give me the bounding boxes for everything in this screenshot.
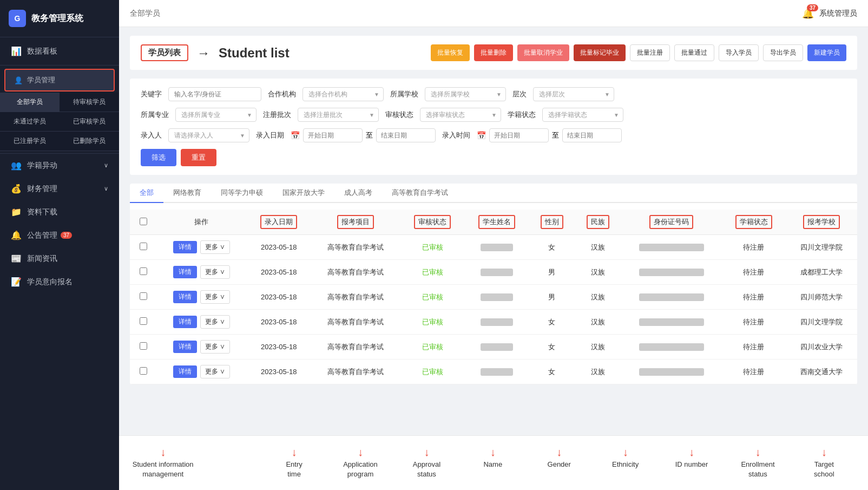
more-button[interactable]: 更多 ∨	[200, 265, 230, 279]
major-select[interactable]: 选择所属专业	[175, 108, 257, 122]
level-select[interactable]: 选择层次	[533, 87, 614, 101]
audit-status-select[interactable]: 选择审核状态	[420, 108, 501, 122]
tab-self-study[interactable]: 高等教育自学考试	[382, 184, 458, 203]
more-button[interactable]: 更多 ∨	[200, 315, 230, 329]
keyword-input[interactable]	[168, 87, 261, 101]
batch-cancel-button[interactable]: 批量取消学业	[517, 44, 569, 61]
batch-register-button[interactable]: 批量注册	[630, 44, 670, 61]
cell-ethnicity: 汉族	[575, 285, 621, 310]
cell-student-name	[465, 235, 529, 260]
filter-reset-button[interactable]: 重置	[181, 149, 216, 166]
tab-online[interactable]: 网络教育	[163, 184, 211, 203]
row-checkbox-1[interactable]	[140, 267, 147, 275]
sidebar-item-enrollment[interactable]: 📝 学员意向报名	[0, 270, 119, 293]
row-checkbox-2[interactable]	[140, 292, 147, 300]
enrollment-status-select[interactable]: 选择学籍状态	[542, 108, 623, 122]
student-mgmt-header[interactable]: 👤 学员管理	[4, 69, 115, 92]
action-cell: 详情 更多 ∨	[163, 315, 240, 329]
submenu-registered[interactable]: 已注册学员	[0, 132, 60, 151]
import-button[interactable]: 导入学员	[719, 44, 759, 61]
sidebar-item-label: 学员意向报名	[27, 277, 73, 287]
action-cell: 详情 更多 ∨	[163, 365, 240, 378]
sidebar-item-announcement[interactable]: 🔔 公告管理 37	[0, 224, 119, 247]
detail-button[interactable]: 详情	[173, 266, 197, 278]
row-checkbox-3[interactable]	[140, 317, 147, 325]
entry-time-end[interactable]	[562, 128, 622, 142]
table-body: 详情 更多 ∨ 2023-05-18 高等教育自学考试 已审核 女 汉族 待注册…	[130, 235, 857, 384]
entry-time-start[interactable]	[489, 128, 549, 142]
tab-equiv[interactable]: 同等学力申硕	[211, 184, 273, 203]
submenu-reviewed[interactable]: 已审核学员	[60, 112, 119, 132]
enrollment-icon: 📝	[11, 277, 22, 287]
sidebar-item-student-status[interactable]: 👥 学籍异动 ∨	[0, 154, 119, 177]
arrow-down-icon-4: ↓	[424, 447, 429, 458]
more-button[interactable]: 更多 ∨	[200, 240, 230, 254]
school-select-wrap: 选择所属学校	[425, 87, 506, 101]
action-cell: 详情 更多 ∨	[163, 265, 240, 279]
detail-button[interactable]: 详情	[173, 341, 197, 353]
cell-enrollment-status: 待注册	[722, 260, 786, 285]
sidebar-item-label: 数据看板	[27, 47, 57, 56]
row-checkbox-5[interactable]	[140, 367, 147, 375]
sidebar-item-resources[interactable]: 📁 资料下载	[0, 200, 119, 224]
batch-approve-button[interactable]: 批量通过	[674, 44, 714, 61]
more-button[interactable]: 更多 ∨	[200, 365, 230, 378]
row-checkbox-4[interactable]	[140, 342, 147, 350]
sidebar-item-finance[interactable]: 💰 财务管理 ∨	[0, 177, 119, 200]
export-button[interactable]: 导出学员	[763, 44, 803, 61]
batch-restore-button[interactable]: 批量恢复	[431, 44, 470, 61]
submenu-all-students[interactable]: 全部学员	[0, 93, 60, 112]
more-button[interactable]: 更多 ∨	[200, 290, 230, 304]
new-student-button[interactable]: 新建学员	[807, 44, 846, 61]
filter-row-2: 所属专业 选择所属专业 注册批次 选择注册批次 审核状态 选择审核状态	[141, 108, 846, 122]
sidebar-item-dashboard[interactable]: 📊 数据看板	[0, 40, 119, 63]
page-header: 学员列表 → Student list 批量恢复 批量删除 批量取消学业 批量标…	[130, 36, 857, 70]
entry-date-end[interactable]	[376, 128, 436, 142]
dashboard-icon: 📊	[11, 46, 22, 56]
detail-button[interactable]: 详情	[173, 316, 197, 328]
th-audit-status: 审核状态	[400, 210, 465, 235]
level-select-wrap: 选择层次	[533, 87, 614, 101]
cell-application: 高等教育自学考试	[311, 235, 400, 260]
coop-org-select[interactable]: 选择合作机构	[303, 87, 384, 101]
detail-button[interactable]: 详情	[173, 291, 197, 303]
cell-id-number	[621, 260, 722, 285]
detail-button[interactable]: 详情	[173, 241, 197, 253]
cell-entry-date: 2023-05-18	[247, 260, 311, 285]
select-all-checkbox[interactable]	[140, 218, 147, 225]
anno-gender: ↓ Gender	[526, 447, 592, 479]
tab-open-univ[interactable]: 国家开放大学	[273, 184, 334, 203]
cell-entry-date: 2023-05-18	[247, 285, 311, 310]
submenu-pending-review[interactable]: 待审核学员	[60, 93, 119, 112]
anno-text-id: ID number	[675, 460, 708, 469]
tab-adult-gaokao[interactable]: 成人高考	[334, 184, 382, 203]
submenu-deleted[interactable]: 已删除学员	[60, 132, 119, 151]
batch-mark-button[interactable]: 批量标记毕业	[574, 44, 626, 61]
arrow-down-icon: ↓	[160, 447, 166, 458]
submenu-failed[interactable]: 未通过学员	[0, 112, 60, 132]
entry-date-start[interactable]	[303, 128, 363, 142]
tab-all[interactable]: 全部	[130, 184, 163, 203]
row-checkbox-0[interactable]	[140, 243, 147, 250]
student-icon: 👤	[14, 76, 23, 84]
anno-student-info: ↓ Student informationmanagement	[130, 447, 196, 479]
cell-audit-status: 已审核	[400, 310, 465, 335]
cell-ethnicity: 汉族	[575, 310, 621, 335]
cell-gender: 女	[529, 310, 575, 335]
cell-student-name	[465, 335, 529, 360]
batch-select[interactable]: 选择注册批次	[298, 108, 379, 122]
table-row: 详情 更多 ∨ 2023-05-18 高等教育自学考试 已审核 女 汉族 待注册…	[130, 360, 857, 384]
batch-delete-button[interactable]: 批量删除	[474, 44, 513, 61]
bell-button[interactable]: 🔔 37	[802, 8, 814, 19]
sidebar-item-news[interactable]: 📰 新闻资讯	[0, 247, 119, 270]
more-button[interactable]: 更多 ∨	[200, 340, 230, 354]
date-range-separator-2: 至	[552, 130, 559, 140]
cell-gender: 女	[529, 335, 575, 360]
operator-select[interactable]: 请选择录入人	[168, 128, 249, 142]
detail-button[interactable]: 详情	[173, 365, 197, 378]
cell-enrollment-status: 待注册	[722, 235, 786, 260]
cell-audit-status: 已审核	[400, 285, 465, 310]
school-select[interactable]: 选择所属学校	[425, 87, 506, 101]
filter-confirm-button[interactable]: 筛选	[141, 149, 176, 166]
cell-checkbox	[130, 235, 156, 260]
